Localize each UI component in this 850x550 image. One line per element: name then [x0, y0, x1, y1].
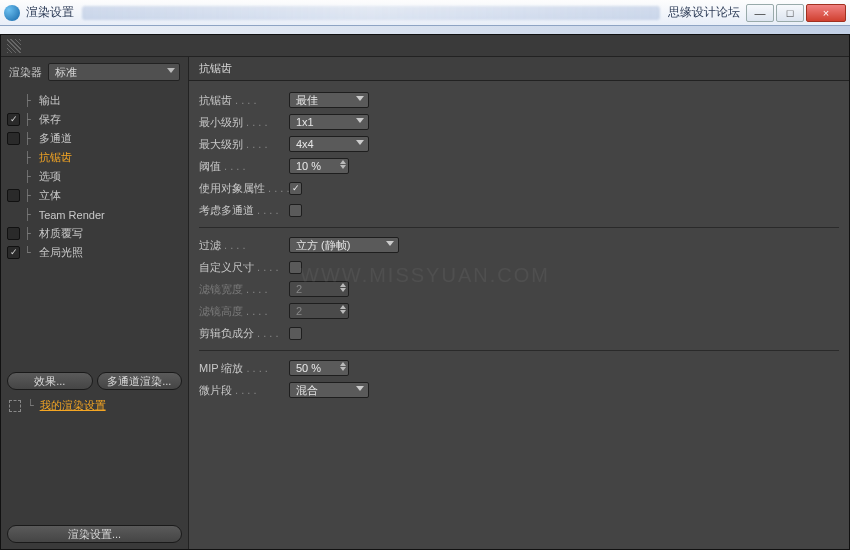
effects-button[interactable]: 效果... [7, 372, 93, 390]
field-row: 剪辑负成分 . . . . [199, 322, 839, 344]
field-row: 微片段 . . . .混合 [199, 379, 839, 401]
field-row: 滤镜宽度 . . . .2 [199, 278, 839, 300]
field-label: 最大级别 . . . . [199, 137, 289, 152]
field-row: 过滤 . . . .立方 (静帧) [199, 234, 839, 256]
checkbox [7, 170, 20, 183]
checkbox[interactable] [7, 132, 20, 145]
field-label: MIP 缩放 . . . . [199, 361, 289, 376]
sidebar-item-label: 材质覆写 [35, 226, 83, 241]
preset-label: 我的渲染设置 [40, 398, 106, 413]
window-title: 渲染设置 [26, 4, 74, 21]
field-label: 阈值 . . . . [199, 159, 289, 174]
preset-icon [9, 400, 21, 412]
field-row: 抗锯齿 . . . .最佳 [199, 89, 839, 111]
field-label: 过滤 . . . . [199, 238, 289, 253]
toolbar [1, 35, 849, 57]
field-label: 自定义尺寸 . . . . [199, 260, 289, 275]
minimize-button[interactable]: — [746, 4, 774, 22]
main: 渲染器 标准 ├输出├保存├多通道├抗锯齿├选项├立体├Team Render├… [1, 57, 849, 549]
checkbox[interactable] [7, 113, 20, 126]
chrome-strip [0, 26, 850, 34]
sidebar-item[interactable]: ├保存 [1, 110, 188, 129]
renderer-row: 渲染器 标准 [1, 57, 188, 87]
field-row: 最大级别 . . . .4x4 [199, 133, 839, 155]
brand-text: 思缘设计论坛 [668, 4, 740, 21]
number-input: 2 [289, 281, 349, 297]
titlebar-blur [82, 6, 660, 20]
field-row: 滤镜高度 . . . .2 [199, 300, 839, 322]
number-input: 2 [289, 303, 349, 319]
field-row: 阈值 . . . .10 % [199, 155, 839, 177]
renderer-value: 标准 [55, 65, 77, 80]
field-label: 微片段 . . . . [199, 383, 289, 398]
field-row: 自定义尺寸 . . . . [199, 256, 839, 278]
checkbox [7, 94, 20, 107]
app-icon [4, 5, 20, 21]
dropdown[interactable]: 1x1 [289, 114, 369, 130]
dropdown[interactable]: 最佳 [289, 92, 369, 108]
sidebar-item-label: 多通道 [35, 131, 72, 146]
field-label: 考虑多通道 . . . . [199, 203, 289, 218]
sidebar-item[interactable]: └全局光照 [1, 243, 188, 262]
sidebar-item[interactable]: ├材质覆写 [1, 224, 188, 243]
client-area: 渲染器 标准 ├输出├保存├多通道├抗锯齿├选项├立体├Team Render├… [0, 34, 850, 550]
sidebar-item-label: 输出 [35, 93, 61, 108]
number-input[interactable]: 50 % [289, 360, 349, 376]
field-row: 最小级别 . . . .1x1 [199, 111, 839, 133]
dropdown[interactable]: 4x4 [289, 136, 369, 152]
field-label: 最小级别 . . . . [199, 115, 289, 130]
sidebar-item-label: 抗锯齿 [35, 150, 72, 165]
checkbox[interactable] [289, 204, 302, 217]
field-row: MIP 缩放 . . . .50 % [199, 357, 839, 379]
window-buttons: — □ × [746, 4, 846, 22]
field-label: 使用对象属性 . . . . [199, 181, 289, 196]
sidebar-item[interactable]: ├抗锯齿 [1, 148, 188, 167]
separator [199, 350, 839, 351]
render-settings-button[interactable]: 渲染设置... [7, 525, 182, 543]
sidebar-item-label: 全局光照 [35, 245, 83, 260]
maximize-button[interactable]: □ [776, 4, 804, 22]
chevron-down-icon [356, 118, 364, 123]
sidebar: 渲染器 标准 ├输出├保存├多通道├抗锯齿├选项├立体├Team Render├… [1, 57, 189, 549]
preset-row[interactable]: └ 我的渲染设置 [1, 394, 188, 417]
sidebar-item-label: 立体 [35, 188, 61, 203]
chevron-down-icon [386, 241, 394, 246]
field-label: 滤镜宽度 . . . . [199, 282, 289, 297]
renderer-label: 渲染器 [9, 65, 42, 80]
separator [199, 227, 839, 228]
render-settings-window: 渲染设置 思缘设计论坛 — □ × 渲染器 标准 ├输出├保存├多通道├抗锯齿├ [0, 0, 850, 550]
sidebar-item[interactable]: ├输出 [1, 91, 188, 110]
checkbox[interactable] [289, 327, 302, 340]
sidebar-item-label: 选项 [35, 169, 61, 184]
field-label: 剪辑负成分 . . . . [199, 326, 289, 341]
dropdown[interactable]: 立方 (静帧) [289, 237, 399, 253]
checkbox[interactable] [289, 182, 302, 195]
dropdown[interactable]: 混合 [289, 382, 369, 398]
sidebar-item[interactable]: ├Team Render [1, 205, 188, 224]
sidebar-item[interactable]: ├立体 [1, 186, 188, 205]
sidebar-item[interactable]: ├选项 [1, 167, 188, 186]
chevron-down-icon [167, 68, 175, 73]
grip-icon[interactable] [7, 39, 21, 53]
close-button[interactable]: × [806, 4, 846, 22]
field-label: 抗锯齿 . . . . [199, 93, 289, 108]
field-label: 滤镜高度 . . . . [199, 304, 289, 319]
panel: 抗锯齿 抗锯齿 . . . .最佳最小级别 . . . .1x1最大级别 . .… [189, 57, 849, 549]
titlebar[interactable]: 渲染设置 思缘设计论坛 — □ × [0, 0, 850, 26]
panel-body: 抗锯齿 . . . .最佳最小级别 . . . .1x1最大级别 . . . .… [189, 81, 849, 409]
sidebar-item[interactable]: ├多通道 [1, 129, 188, 148]
chevron-down-icon [356, 140, 364, 145]
checkbox[interactable] [7, 246, 20, 259]
checkbox[interactable] [7, 189, 20, 202]
chevron-down-icon [356, 386, 364, 391]
number-input[interactable]: 10 % [289, 158, 349, 174]
field-row: 考虑多通道 . . . . [199, 199, 839, 221]
checkbox [7, 151, 20, 164]
sidebar-item-label: 保存 [35, 112, 61, 127]
field-row: 使用对象属性 . . . . [199, 177, 839, 199]
multipass-button[interactable]: 多通道渲染... [97, 372, 183, 390]
checkbox[interactable] [289, 261, 302, 274]
checkbox[interactable] [7, 227, 20, 240]
renderer-combo[interactable]: 标准 [48, 63, 180, 81]
panel-title: 抗锯齿 [189, 57, 849, 81]
